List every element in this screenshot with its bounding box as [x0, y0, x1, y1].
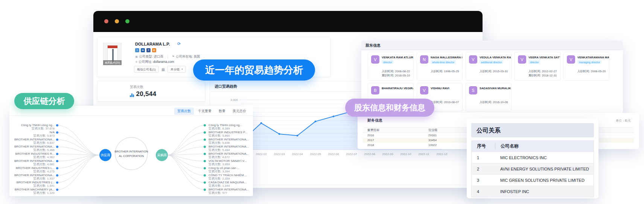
shareholder-avatar: B [371, 86, 379, 94]
supplier-node-dot[interactable] [56, 181, 58, 184]
website-value[interactable]: dollarama.com [153, 60, 174, 64]
supplier-node-dot[interactable] [56, 131, 58, 134]
trend-point-2022-06[interactable] [333, 116, 335, 117]
supplier-node-dot[interactable] [56, 153, 58, 155]
supplier-node-dot[interactable] [56, 167, 58, 169]
supplier-node-dot[interactable] [56, 160, 58, 162]
buyer-item-8[interactable]: CÔNG TY TRÁCH NHIỆM ...贸易次数: 2,359 [204, 174, 247, 180]
supplier-node-dot[interactable] [56, 174, 58, 177]
x-axis-label: 2022-09 [382, 152, 393, 156]
refresh-icon[interactable]: ⟳ [177, 41, 181, 46]
shareholder-card-4[interactable]: VVEERA VENKATA SATYA...director入职时间: 201… [515, 52, 560, 81]
shareholder-date-line: 入职时间: 2019-08-07 [431, 100, 459, 104]
buyer-node-dot[interactable] [204, 146, 206, 148]
supply-chain-tabs: 贸易次数千克重量数量美元总价 [174, 108, 249, 115]
supplier-item-6[interactable]: BROTHER INTERNATIONA...贸易次数: 4,681 [14, 159, 58, 166]
buyer-item-9[interactable]: CASA DIAZ DE MAQUINA...贸易次数: 1,344 [204, 181, 247, 187]
supplier-item-5[interactable]: BROTHER INDUSTRIES R...贸易次数: 4,962 [15, 152, 58, 159]
buyer-node-dot[interactable] [204, 153, 206, 155]
relations-row-3[interactable]: 3MIC GREEN SOLUTIONS PRIVATE LIMITED [472, 174, 594, 186]
buyer-group-label: 采购商 [157, 153, 167, 157]
buyer-node-dot[interactable] [204, 181, 206, 184]
supplier-item-10[interactable]: BROTHER MACHINERY (A...贸易次数: 1,120 [15, 188, 58, 195]
relations-index-cell: 1 [472, 155, 495, 160]
buyer-item-2[interactable]: BROTHER INDUSTRIES P...贸易次数: 5,860 [204, 131, 247, 137]
copy-list-icon[interactable]: ▦ [161, 67, 165, 72]
page-canvas: 相关图片(20) DOLLARAMA L.P. ⟳ tinf@ ▣公司类型: 进… [0, 0, 644, 204]
shareholder-avatar: V [518, 55, 526, 64]
supply-chain-badge: 供应链分析 [14, 93, 74, 109]
trend-point-2022-02[interactable] [260, 122, 262, 124]
supplier-item-1[interactable]: Công ty TNHH công ng...贸易次数: 37,678 [21, 123, 58, 130]
shareholder-dates: 入职时间: 2006-08-22离职时间: 2018-05-10 [382, 69, 410, 78]
related-images-label: 相关图片(20) [103, 60, 122, 65]
shareholder-role-badge: managing director [577, 60, 601, 64]
relations-row-2[interactable]: 2AVNI ENERGY SOLUTIONS PRIVATE LIMITED [472, 163, 594, 174]
supplier-node-dot[interactable] [56, 139, 58, 141]
buyer-item-10[interactable]: BROTHER INTERNATIONA...贸易次数: 577 [204, 188, 249, 195]
email-icon[interactable]: @ [152, 48, 156, 52]
buyer-item-3[interactable]: BROTHER INTERNATIONA...贸易次数: 5,836 [204, 138, 249, 145]
shareholder-date-line: 入职时间: 2008-05-20 [577, 69, 606, 73]
supply-tab-3[interactable]: 数量 [216, 108, 228, 115]
buyer-node-dot[interactable] [204, 189, 206, 191]
buyer-node-dot[interactable] [204, 160, 206, 162]
supplier-item-4[interactable]: BROTHER INTERNATIONA...贸易次数: 5,466 [14, 145, 58, 152]
buyer-node-dot[interactable] [204, 167, 206, 169]
supplier-item-7[interactable]: BROTHER INDUSTRIES L...贸易次数: 4,275 [16, 166, 58, 173]
svg-text:贸易次数: 3,394: 贸易次数: 3,394 [209, 170, 230, 173]
facebook-icon[interactable]: f [146, 48, 151, 52]
supply-tab-4[interactable]: 美元总价 [230, 108, 249, 115]
shareholder-role-badge: director [528, 60, 540, 64]
supply-tab-1[interactable]: 贸易次数 [174, 108, 194, 115]
buyer-item-5[interactable]: BROTHER INTERNATIONA...贸易次数: 4,672 [204, 152, 249, 159]
supplier-node-dot[interactable] [56, 124, 58, 126]
supplier-item-8[interactable]: BROTHER INTERNATIONA...贸易次数: 1,937 [14, 174, 58, 180]
shareholder-card-1[interactable]: VVENKATA RAM ATLURIdirector入职时间: 2006-08… [368, 52, 414, 81]
company-node-circle[interactable] [115, 137, 148, 170]
close-window-icon[interactable] [104, 19, 108, 23]
buyer-node-dot[interactable] [204, 131, 206, 134]
maximize-window-icon[interactable] [125, 19, 129, 23]
buyer-item-6[interactable]: VOLTA MOTOR SANAYİ V...贸易次数: 3,959 [204, 159, 247, 166]
buyer-node-dot[interactable] [204, 139, 206, 141]
shareholder-card-5[interactable]: VVENKATARAMANA MAG...managing director入职… [563, 52, 609, 81]
supplier-item-3[interactable]: BROTHER INTERNATIONA...贸易次数: 5,837 [14, 138, 58, 145]
shareholder-dates: 入职时间: 2016-10-06 [480, 100, 508, 104]
buyer-item-7[interactable]: Công ty cổ phần sản ...贸易次数: 3,394 [204, 166, 239, 173]
shareholder-card-2[interactable]: NNAGA MALLESWARA R...whole-time director… [417, 52, 463, 81]
company-location-value: 美国 [193, 55, 200, 58]
linkedin-icon[interactable]: in [141, 48, 145, 52]
supplier-item-2[interactable]: N/A贸易次数: 5,873 [33, 131, 58, 137]
shareholder-name: VENKATA RAM ATLURI [382, 56, 413, 59]
relations-name-cell: AVNI ENERGY SOLUTIONS PRIVATE LIMITED [495, 167, 594, 171]
buyer-item-4[interactable]: BROTHER INTERNATIONA...贸易次数: 5,484 [204, 145, 249, 152]
shareholder-card-8[interactable]: SSADASIVAN MURALIKR...入职时间: 2016-10-06 [466, 83, 512, 111]
shareholder-dates: 入职时间: 2012-02-27离职时间: 2018-12-31 [528, 69, 557, 78]
relations-name-cell: MIC ELECTRONICS INC [495, 155, 594, 160]
buyer-node-dot[interactable] [204, 124, 206, 126]
shareholder-card-3[interactable]: VVEDULA VENKATA RAM...additional directo… [466, 52, 512, 81]
supplier-node-dot[interactable] [56, 146, 58, 148]
supplier-item-9[interactable]: BROTHER INDUSTRIES (...贸易次数: 1,541 [17, 181, 58, 187]
trend-point-2022-05[interactable] [315, 120, 317, 122]
supply-tab-2[interactable]: 千克重量 [195, 108, 215, 115]
buyer-node-dot[interactable] [204, 174, 206, 177]
supplier-node-dot[interactable] [56, 189, 58, 191]
buyer-item-1[interactable]: Công ty TNHH công ng...贸易次数: 8,389 [204, 123, 242, 130]
shareholder-date-line: 入职时间: 2012-02-27 [528, 69, 557, 73]
relations-row-4[interactable]: 4INFOSTEP INC [472, 186, 594, 197]
relations-row-1[interactable]: 1MIC ELECTRONICS INC [472, 152, 594, 163]
trend-point-2022-04[interactable] [297, 135, 298, 137]
trend-point-2022-03[interactable] [279, 133, 280, 135]
svg-text:贸易次数: 4,672: 贸易次数: 4,672 [209, 155, 230, 159]
svg-text:BROTHER INDUSTRIES P...: BROTHER INDUSTRIES P... [209, 131, 247, 134]
similar-company-select[interactable]: 相似公司名(1) [134, 66, 159, 73]
minimize-window-icon[interactable] [115, 19, 119, 23]
relations-col-name: 公司名称 [495, 143, 594, 149]
svg-text:BROTHER INTERNATIONA...: BROTHER INTERNATIONA... [209, 145, 249, 148]
company-type-value: 进口商 [154, 55, 163, 58]
group-select[interactable]: 未分组 ▾ [167, 66, 186, 73]
twitter-icon[interactable]: t [135, 48, 139, 52]
shareholder-role-badge: additional director [480, 60, 503, 64]
